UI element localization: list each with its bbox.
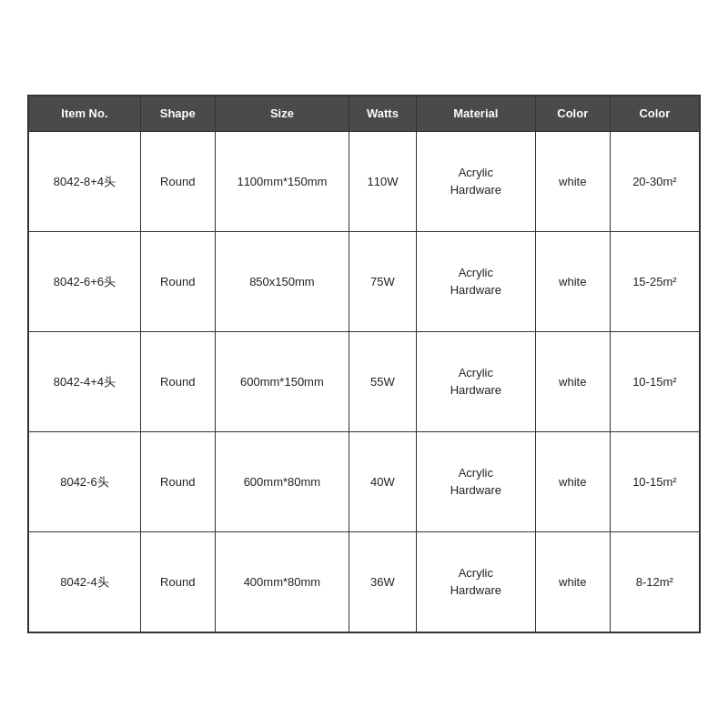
- header-size: Size: [215, 96, 349, 131]
- cell-item_no: 8042-6+6头: [29, 232, 141, 332]
- cell-size: 600mm*150mm: [215, 332, 349, 432]
- cell-color: white: [535, 132, 610, 232]
- cell-material: AcrylicHardware: [416, 332, 535, 432]
- cell-shape: Round: [140, 432, 215, 532]
- table-row: 8042-6+6头Round850x150mm75WAcrylicHardwar…: [29, 232, 700, 332]
- header-shape: Shape: [140, 96, 215, 131]
- table-row: 8042-4头Round400mm*80mm36WAcrylicHardware…: [29, 532, 700, 632]
- cell-watts: 40W: [349, 432, 417, 532]
- cell-coverage: 20-30m²: [610, 132, 699, 232]
- cell-shape: Round: [140, 532, 215, 632]
- cell-coverage: 8-12m²: [610, 532, 699, 632]
- product-table: Item No. Shape Size Watts Material Color…: [28, 96, 700, 632]
- header-item-no: Item No.: [29, 96, 141, 131]
- cell-material: AcrylicHardware: [416, 232, 535, 332]
- table-row: 8042-6头Round600mm*80mm40WAcrylicHardware…: [29, 432, 700, 532]
- cell-item_no: 8042-6头: [29, 432, 141, 532]
- cell-watts: 36W: [349, 532, 417, 632]
- cell-size: 1100mm*150mm: [215, 132, 349, 232]
- cell-size: 400mm*80mm: [215, 532, 349, 632]
- product-table-container: Item No. Shape Size Watts Material Color…: [27, 95, 701, 633]
- header-coverage: Color: [610, 96, 699, 131]
- cell-size: 850x150mm: [215, 232, 349, 332]
- cell-shape: Round: [140, 232, 215, 332]
- cell-shape: Round: [140, 332, 215, 432]
- cell-item_no: 8042-8+4头: [29, 132, 141, 232]
- cell-color: white: [535, 232, 610, 332]
- cell-coverage: 10-15m²: [610, 332, 699, 432]
- cell-item_no: 8042-4头: [29, 532, 141, 632]
- cell-coverage: 10-15m²: [610, 432, 699, 532]
- cell-size: 600mm*80mm: [215, 432, 349, 532]
- table-header-row: Item No. Shape Size Watts Material Color…: [29, 96, 700, 131]
- cell-material: AcrylicHardware: [416, 432, 535, 532]
- cell-coverage: 15-25m²: [610, 232, 699, 332]
- header-color: Color: [535, 96, 610, 131]
- cell-watts: 55W: [349, 332, 417, 432]
- cell-watts: 75W: [349, 232, 417, 332]
- cell-item_no: 8042-4+4头: [29, 332, 141, 432]
- cell-material: AcrylicHardware: [416, 132, 535, 232]
- table-row: 8042-8+4头Round1100mm*150mm110WAcrylicHar…: [29, 132, 700, 232]
- cell-color: white: [535, 332, 610, 432]
- table-row: 8042-4+4头Round600mm*150mm55WAcrylicHardw…: [29, 332, 700, 432]
- cell-shape: Round: [140, 132, 215, 232]
- cell-color: white: [535, 432, 610, 532]
- cell-watts: 110W: [349, 132, 417, 232]
- header-material: Material: [416, 96, 535, 131]
- cell-color: white: [535, 532, 610, 632]
- header-watts: Watts: [349, 96, 417, 131]
- cell-material: AcrylicHardware: [416, 532, 535, 632]
